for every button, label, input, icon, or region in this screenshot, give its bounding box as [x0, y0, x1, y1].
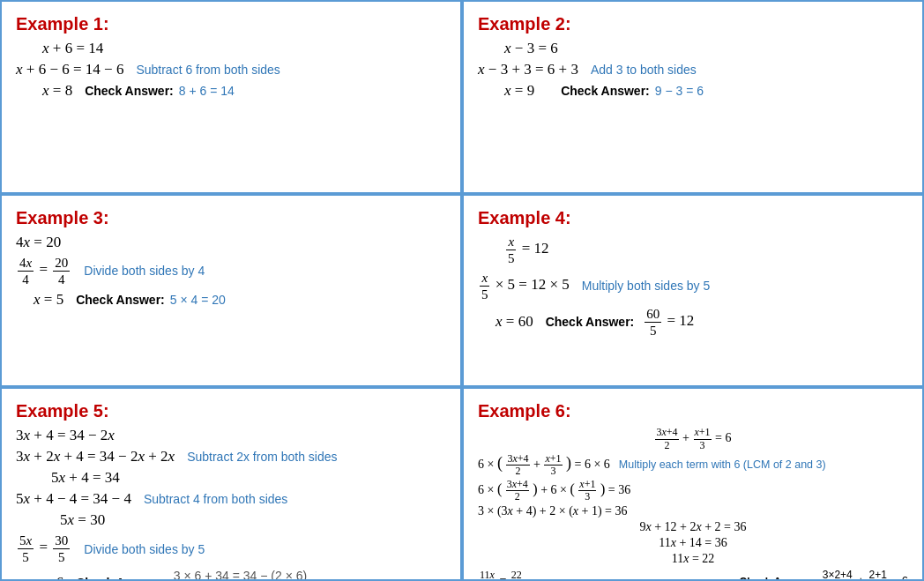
ex6-line6: 11x + 14 = 36: [478, 536, 908, 550]
ex1-line1: x + 6 = 14: [42, 40, 446, 57]
example4-box: Example 4: x5 = 12 x5 × 5 = 12 × 5 Multi…: [462, 194, 924, 388]
ex2-check-label: Check Answer:: [561, 84, 650, 98]
ex5-hint1: Subtract 2x from both sides: [187, 450, 337, 464]
ex6-line4: 3 × (3x + 4) + 2 × (x + 1) = 36: [478, 504, 908, 518]
example2-box: Example 2: x − 3 = 6 x − 3 + 3 = 6 + 3 A…: [462, 0, 924, 194]
ex5-hint3: Divide both sides by 5: [84, 542, 205, 556]
example6-box: Example 6: 3x+42 + x+13 = 6 6 × ( 3x+42 …: [462, 387, 924, 581]
ex6-line2: 6 × ( 3x+42 + x+13 ) = 6 × 6 Multiply ea…: [478, 453, 908, 477]
ex6-bottom: 11x11 = 2211 x = 2 Check Answer: 3×2+42 …: [478, 568, 908, 581]
ex3-line3: x = 5 Check Answer: 5 × 4 = 20: [34, 291, 446, 309]
ex1-check-math: 8 + 6 = 14: [179, 84, 235, 98]
ex1-line2: x + 6 − 6 = 14 − 6 Subtract 6 from both …: [16, 61, 446, 78]
ex4-check-label: Check Answer:: [546, 315, 635, 329]
example1-title: Example 1:: [16, 14, 446, 34]
ex5-line7: x = 6 Check Answer: 3 × 6 + 34 = 34 − (2…: [34, 569, 446, 581]
ex2-line1: x − 3 = 6: [504, 40, 908, 57]
example5-title: Example 5:: [16, 401, 446, 421]
ex1-line3: x = 8 Check Answer: 8 + 6 = 14: [42, 82, 446, 100]
ex6-hint: Multiply each term with 6 (LCM of 2 and …: [619, 458, 826, 471]
ex5-line5: 5x = 30: [60, 511, 446, 529]
example4-title: Example 4:: [478, 208, 908, 228]
example2-title: Example 2:: [478, 14, 908, 34]
ex3-line1: 4x = 20: [16, 234, 446, 251]
ex6-line3: 6 × ( 3x+42 ) + 6 × ( x+13 ) = 36: [478, 479, 908, 503]
ex2-line2: x − 3 + 3 = 6 + 3 Add 3 to both sides: [478, 61, 908, 78]
ex6-line8: 11x11 = 2211: [478, 570, 524, 581]
ex2-line3: x = 9 Check Answer: 9 − 3 = 6: [504, 82, 908, 100]
ex5-line6: 5x5 = 305 Divide both sides by 5: [16, 533, 446, 565]
ex6-line7: 11x = 22: [478, 552, 908, 566]
ex5-line1: 3x + 4 = 34 − 2x: [16, 427, 446, 444]
ex1-hint: Subtract 6 from both sides: [136, 63, 279, 77]
ex5-line3: 5x + 4 = 34: [51, 469, 446, 487]
main-grid: Example 1: x + 6 = 14 x + 6 − 6 = 14 − 6…: [0, 0, 924, 581]
example3-box: Example 3: 4x = 20 4x4 = 204 Divide both…: [0, 194, 462, 388]
example6-title: Example 6:: [478, 401, 908, 421]
ex3-line2: 4x4 = 204 Divide both sides by 4: [16, 255, 446, 287]
ex2-hint: Add 3 to both sides: [591, 63, 697, 77]
example5-box: Example 5: 3x + 4 = 34 − 2x 3x + 2x + 4 …: [0, 387, 462, 581]
ex6-line1: 3x+42 + x+13 = 6: [478, 427, 908, 451]
example3-title: Example 3:: [16, 208, 446, 228]
ex6-check-label: Check Answer:: [739, 576, 815, 581]
ex2-check-math: 9 − 3 = 6: [655, 84, 704, 98]
ex3-check-math: 5 × 4 = 20: [170, 293, 226, 307]
ex4-line3: x = 60 Check Answer: 605 = 12: [496, 306, 908, 339]
ex3-check-label: Check Answer:: [76, 293, 165, 307]
ex5-hint2: Subtract 4 from both sides: [144, 492, 287, 506]
ex5-check-label: Check Answer:: [76, 576, 165, 581]
ex4-hint: Multiply both sides by 5: [582, 279, 711, 293]
ex3-hint: Divide both sides by 4: [84, 264, 205, 278]
ex1-check-label: Check Answer:: [85, 84, 174, 98]
example1-box: Example 1: x + 6 = 14 x + 6 − 6 = 14 − 6…: [0, 0, 462, 194]
ex6-line5: 9x + 12 + 2x + 2 = 36: [478, 520, 908, 534]
ex5-line2: 3x + 2x + 4 = 34 − 2x + 2x Subtract 2x f…: [16, 448, 446, 466]
ex5-line4: 5x + 4 − 4 = 34 − 4 Subtract 4 from both…: [16, 490, 446, 508]
ex4-line2: x5 × 5 = 12 × 5 Multiply both sides by 5: [478, 270, 908, 302]
ex4-line1: x5 = 12: [504, 234, 908, 266]
